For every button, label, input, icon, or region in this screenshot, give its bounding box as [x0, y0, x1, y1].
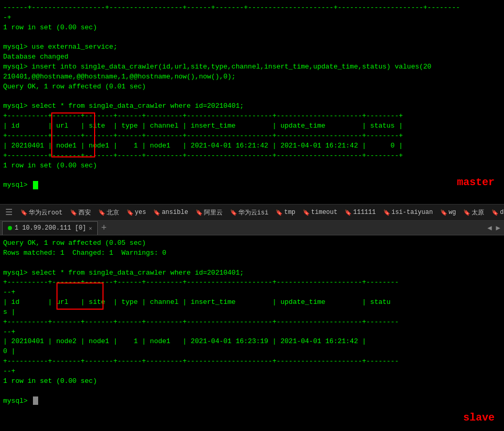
session-tab-arrow-left[interactable]: ◀ — [486, 223, 493, 232]
bookmark-beijing[interactable]: 🔖 北京 — [96, 207, 122, 218]
bookmark-label-3: yes — [135, 209, 146, 216]
bookmark-ansible[interactable]: 🔖 ansible — [151, 208, 190, 217]
bookmark-timeout[interactable]: 🔖 timeout — [300, 208, 340, 217]
bookmark-xian[interactable]: 🔖 西安 — [67, 207, 94, 218]
session-tab-0[interactable]: 1 10.99.200.111 [0] ✕ — [2, 221, 98, 235]
bookmark-icon-13: 🔖 — [491, 209, 499, 216]
bookmark-aliyun[interactable]: 🔖 阿里云 — [193, 207, 225, 218]
top-terminal: ------+------------------+--------------… — [0, 0, 504, 204]
session-tab-label: 1 10.99.200.111 [0] — [15, 224, 86, 232]
bookmark-label-1: 西安 — [78, 208, 91, 217]
bookmark-label-10: isi-taiyuan — [392, 209, 433, 216]
bookmark-huawei-root[interactable]: 🔖 华为云root — [18, 207, 65, 218]
session-tab-arrows: ◀ ▶ — [486, 223, 502, 232]
bookmark-icon-4: 🔖 — [153, 209, 161, 216]
bookmark-icon-7: 🔖 — [276, 209, 283, 216]
master-label: master — [457, 176, 495, 188]
bookmark-icon-8: 🔖 — [303, 209, 310, 216]
bookmark-icon-11: 🔖 — [440, 209, 448, 216]
bookmark-111111[interactable]: 🔖 111111 — [342, 208, 378, 217]
bookmark-icon-3: 🔖 — [127, 209, 134, 216]
bookmark-label-9: 111111 — [353, 209, 375, 216]
bookmark-label-2: 北京 — [107, 208, 119, 217]
top-terminal-content: ------+------------------+--------------… — [3, 3, 501, 190]
bookmark-icon-6: 🔖 — [230, 209, 237, 216]
bookmark-icon-10: 🔖 — [383, 209, 391, 216]
bookmark-icon-5: 🔖 — [196, 209, 203, 216]
bookmark-label-0: 华为云root — [29, 208, 63, 217]
session-dot — [8, 226, 12, 230]
bookmark-icon-0: 🔖 — [20, 209, 28, 216]
session-tab-add-button[interactable]: + — [98, 222, 110, 233]
session-tab-bar: 1 10.99.200.111 [0] ✕ + ◀ ▶ — [0, 221, 504, 235]
bottom-terminal: Query OK, 1 row affected (0.05 sec) Rows… — [0, 235, 504, 431]
bookmark-label-8: timeout — [311, 209, 337, 216]
bottom-terminal-content: Query OK, 1 row affected (0.05 sec) Rows… — [3, 239, 501, 406]
bookmark-dba[interactable]: 🔖 dba — [489, 208, 504, 217]
bookmark-icon-1: 🔖 — [70, 209, 77, 216]
bookmark-taiyuan[interactable]: 🔖 太原 — [461, 207, 487, 218]
bookmark-wg[interactable]: 🔖 wg — [438, 208, 459, 217]
bookmark-label-7: tmp — [284, 209, 295, 216]
bookmark-icon-9: 🔖 — [345, 209, 352, 216]
bookmark-yes[interactable]: 🔖 yes — [124, 208, 149, 217]
bookmark-icon-2: 🔖 — [98, 209, 106, 216]
bookmark-label-5: 阿里云 — [204, 208, 223, 217]
bookmark-isi-taiyuan[interactable]: 🔖 isi-taiyuan — [381, 208, 436, 217]
bookmark-label-11: wg — [449, 209, 456, 216]
bookmark-icon-12: 🔖 — [463, 209, 471, 216]
slave-label: slave — [463, 412, 495, 424]
bookmark-tab-bar: ☰ 🔖 华为云root 🔖 西安 🔖 北京 🔖 yes 🔖 ansible 🔖 … — [0, 204, 504, 221]
session-tab-close[interactable]: ✕ — [89, 225, 93, 232]
bookmark-label-4: ansible — [162, 209, 188, 216]
bookmark-label-6: 华为云isi — [238, 208, 269, 217]
bookmark-tmp[interactable]: 🔖 tmp — [273, 208, 298, 217]
bookmark-huawei-isi[interactable]: 🔖 华为云isi — [227, 207, 271, 218]
bookmark-label-13: dba — [500, 209, 504, 216]
session-tab-arrow-right[interactable]: ▶ — [495, 223, 502, 232]
menu-icon[interactable]: ☰ — [2, 207, 16, 218]
bookmark-label-12: 太原 — [472, 208, 484, 217]
